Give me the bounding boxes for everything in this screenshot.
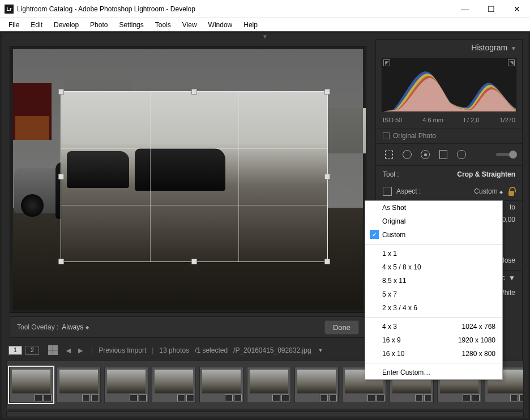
- tool-overlay-bar: Tool Overlay : Always ◆ Done: [10, 316, 366, 338]
- thumbnail[interactable]: [199, 367, 243, 403]
- shutter-value: 1/270: [499, 117, 515, 123]
- aspect-option[interactable]: 8,5 x 11: [365, 274, 502, 288]
- crop-handle-bm[interactable]: [191, 259, 197, 264]
- window-title: Lightroom Catalog - Adobe Photoshop Ligh…: [17, 5, 452, 13]
- menu-window[interactable]: Window: [203, 19, 238, 31]
- iso-value: ISO 50: [383, 117, 402, 123]
- done-button[interactable]: Done: [324, 320, 359, 335]
- secondary-display-toggle: 1 2: [8, 346, 39, 355]
- thumbnail[interactable]: [152, 367, 196, 403]
- radial-filter-tool-icon[interactable]: [455, 148, 468, 161]
- spot-removal-tool-icon[interactable]: [401, 148, 413, 161]
- aspect-ratio-menu: As ShotOriginalCustom1 x 14 x 5 / 8 x 10…: [365, 200, 503, 380]
- histogram[interactable]: ◤ ◥: [382, 58, 516, 112]
- photo-image[interactable]: [13, 49, 363, 310]
- crop-handle-br[interactable]: [324, 259, 330, 264]
- aspect-label: Aspect :: [396, 187, 421, 195]
- menu-separator: [365, 363, 502, 363]
- tool-overlay-dropdown-icon[interactable]: ◆: [86, 325, 89, 330]
- aspect-option[interactable]: 4 x 31024 x 768: [365, 320, 502, 333]
- photo-count: 13 photos: [159, 346, 189, 354]
- tool-strip: [376, 144, 522, 166]
- top-panel-expander[interactable]: ▼: [262, 33, 268, 40]
- app-icon: Lr: [5, 5, 14, 14]
- source-label[interactable]: Previous Import: [99, 346, 146, 354]
- photo-preview-panel: [10, 46, 366, 313]
- menu-help[interactable]: Help: [238, 19, 263, 31]
- crop-handle-tm[interactable]: [191, 89, 197, 95]
- thumbnail[interactable]: [9, 367, 53, 403]
- menu-develop[interactable]: Develop: [49, 19, 84, 31]
- crop-handle-tr[interactable]: [324, 89, 330, 95]
- maximize-button[interactable]: ☐: [478, 0, 504, 18]
- crop-frame-icon[interactable]: [383, 187, 392, 196]
- grid-view-icon[interactable]: [48, 345, 58, 355]
- crop-rectangle[interactable]: [61, 92, 327, 262]
- aspect-value-dropdown[interactable]: Custom ◆: [474, 187, 503, 195]
- crop-handle-tl[interactable]: [58, 89, 64, 95]
- selected-count: /1 selected: [195, 346, 228, 354]
- nav-arrows: ◄ ►: [63, 346, 86, 355]
- tool-overlay-label: Tool Overlay :: [17, 323, 58, 331]
- close-window-button[interactable]: ✕: [504, 0, 530, 18]
- menu-tools[interactable]: Tools: [150, 19, 176, 31]
- menu-bar: FileEditDevelopPhotoSettingsToolsViewWin…: [0, 18, 530, 32]
- minimize-button[interactable]: —: [452, 0, 478, 18]
- crop-handle-ml[interactable]: [58, 174, 64, 179]
- window-controls: — ☐ ✕: [452, 0, 530, 18]
- caret-down-icon: ▼: [508, 274, 515, 282]
- tool-name: Crop & Straighten: [457, 170, 515, 178]
- histogram-header[interactable]: Histogram▼: [376, 40, 522, 55]
- thumbnail[interactable]: [104, 367, 148, 403]
- filename-label: /P_20160415_092832.jpg: [233, 346, 311, 354]
- crop-handle-bl[interactable]: [58, 259, 64, 264]
- aspect-option[interactable]: Original: [365, 215, 502, 228]
- aspect-row: Aspect : Custom ◆: [376, 182, 522, 201]
- filmstrip-scrollbar[interactable]: [6, 412, 524, 417]
- title-bar: Lr Lightroom Catalog - Adobe Photoshop L…: [0, 0, 530, 18]
- tool-label: Tool :: [383, 170, 399, 178]
- aspect-option[interactable]: 16 x 91920 x 1080: [365, 333, 502, 347]
- thumbnail[interactable]: [57, 367, 101, 403]
- filename-dropdown-icon[interactable]: ▼: [318, 348, 323, 353]
- aspect-option[interactable]: 2 x 3 / 4 x 6: [365, 301, 502, 315]
- menu-view[interactable]: View: [177, 19, 202, 31]
- checkbox-icon[interactable]: [383, 132, 390, 139]
- focal-length-value: 4.6 mm: [422, 117, 443, 123]
- menu-separator: [365, 244, 502, 245]
- nav-next-icon[interactable]: ►: [76, 346, 84, 355]
- thumbnail[interactable]: [294, 367, 339, 403]
- graduated-filter-tool-icon[interactable]: [437, 148, 450, 161]
- menu-settings[interactable]: Settings: [114, 19, 148, 31]
- menu-photo[interactable]: Photo: [85, 19, 113, 31]
- lock-icon[interactable]: [507, 187, 515, 196]
- aspect-option[interactable]: Enter Custom…: [365, 366, 502, 379]
- aspect-option[interactable]: 5 x 7: [365, 288, 502, 301]
- tool-label-row: Tool : Crop & Straighten: [376, 166, 522, 182]
- thumbnail[interactable]: [247, 367, 291, 403]
- nav-prev-icon[interactable]: ◄: [65, 346, 72, 355]
- display-2-button[interactable]: 2: [25, 346, 39, 355]
- redeye-tool-icon[interactable]: [419, 148, 431, 161]
- aspect-option[interactable]: 4 x 5 / 8 x 10: [365, 260, 502, 274]
- menu-edit[interactable]: Edit: [25, 19, 48, 31]
- menu-separator: [365, 317, 502, 318]
- menu-file[interactable]: File: [3, 19, 24, 31]
- display-1-button[interactable]: 1: [8, 346, 22, 355]
- histogram-meta: ISO 50 4.6 mm f / 2,0 1/270: [376, 115, 522, 128]
- aspect-option[interactable]: 16 x 101280 x 800: [365, 347, 502, 361]
- crop-handle-mr[interactable]: [324, 174, 330, 179]
- aperture-value: f / 2,0: [464, 117, 480, 123]
- aspect-option[interactable]: 1 x 1: [365, 247, 502, 260]
- aspect-option[interactable]: Custom: [365, 228, 502, 242]
- crop-tool-icon[interactable]: [383, 148, 395, 161]
- caret-down-icon: ▼: [511, 45, 516, 52]
- original-photo-toggle[interactable]: Original Photo: [376, 128, 522, 144]
- aspect-option[interactable]: As Shot: [365, 201, 502, 215]
- brush-size-slider[interactable]: [496, 153, 515, 156]
- tool-overlay-value[interactable]: Always: [62, 323, 83, 331]
